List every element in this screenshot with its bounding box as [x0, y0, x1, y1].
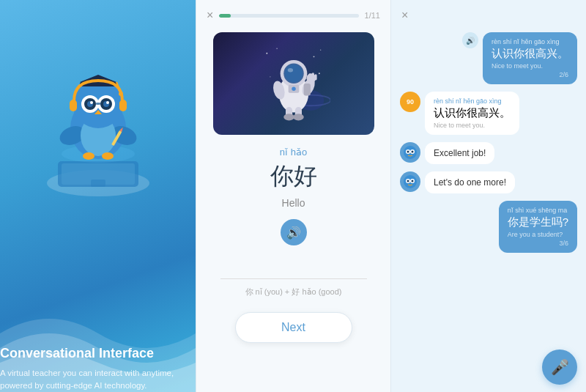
svg-point-36 [270, 76, 270, 77]
msg1-counter: 2/6 [492, 71, 568, 78]
bubble-1: rèn shí nǐ hěn gāo xìng 认识你很高兴。 Nice to … [483, 32, 577, 84]
svg-rect-25 [70, 100, 77, 111]
message-3: Excellent job! [400, 142, 577, 164]
progress-label: 1/11 [365, 11, 380, 20]
msg1-pinyin: rèn shí nǐ hěn gāo xìng [492, 38, 568, 45]
msg2-chinese: 认识你很高兴。 [434, 106, 511, 120]
svg-point-35 [319, 49, 320, 50]
svg-point-66 [407, 180, 409, 182]
bubble-3: nǐ shì xué shēng ma 你是学生吗? Are you a stu… [499, 201, 577, 253]
svg-point-21 [90, 101, 93, 104]
next-button[interactable]: Next [235, 312, 352, 343]
bubble-2: rèn shí nǐ hěn gāo xìng 认识你很高兴。 Nice to … [425, 92, 519, 135]
msg5-counter: 3/6 [508, 240, 568, 247]
astronaut-illustration [257, 43, 330, 124]
panel-flashcard: × 1/11 [196, 0, 391, 392]
message-5: nǐ shì xué shēng ma 你是学生吗? Are you a stu… [400, 201, 577, 253]
svg-rect-57 [303, 84, 310, 96]
panel1-title: Conversational Interface [0, 346, 196, 361]
progress-bar [219, 14, 358, 18]
msg2-english: Nice to meet you. [434, 122, 511, 129]
mascot-illustration [36, 22, 160, 215]
mascot-avatar-2 [400, 171, 420, 192]
chat-toolbar: × [391, 0, 586, 26]
msg5-english: Are you a student? [508, 231, 568, 238]
speaker-icon-msg1[interactable]: 🔊 [462, 32, 478, 48]
svg-rect-49 [311, 73, 314, 79]
close-button-p3[interactable]: × [401, 9, 408, 22]
svg-point-44 [287, 68, 292, 73]
svg-rect-48 [308, 73, 311, 80]
progress-bar-fill [219, 14, 230, 18]
svg-rect-50 [314, 74, 316, 80]
speaker-icon: 🔊 [286, 226, 301, 240]
chat-messages-area: rèn shí nǐ hěn gāo xìng 认识你很高兴。 Nice to … [391, 26, 586, 342]
svg-point-55 [283, 114, 294, 120]
message-2: 90 rèn shí nǐ hěn gāo xìng 认识你很高兴。 Nice … [400, 92, 577, 135]
svg-rect-3 [91, 180, 105, 187]
svg-point-22 [106, 101, 109, 104]
card-english: Hello [282, 197, 305, 209]
panel1-description: Conversational Interface A virtual teach… [0, 346, 196, 393]
mic-icon: 🎤 [551, 358, 569, 376]
message-1: rèn shí nǐ hěn gāo xìng 认识你很高兴。 Nice to … [400, 32, 577, 84]
svg-point-62 [412, 151, 414, 153]
svg-point-31 [102, 152, 114, 160]
msg1-english: Nice to meet you. [492, 62, 568, 70]
card-breakdown: 你 nǐ (you) + 好 hǎo (good) [245, 286, 342, 297]
svg-point-58 [404, 146, 417, 159]
svg-point-32 [266, 53, 267, 54]
card-image [213, 32, 374, 135]
panel1-subtitle: A virtual teacher you can interact with … [0, 367, 196, 393]
svg-point-43 [285, 64, 303, 82]
msg2-pinyin: rèn shí nǐ hěn gāo xìng [434, 97, 511, 105]
svg-point-61 [407, 151, 409, 153]
svg-point-33 [276, 48, 277, 49]
msg5-pinyin: nǐ shì xué shēng ma [508, 207, 568, 214]
mascot-avatar-1 [400, 142, 420, 163]
microphone-button[interactable]: 🎤 [542, 350, 577, 385]
svg-rect-26 [119, 100, 127, 111]
svg-point-52 [292, 87, 296, 92]
bubble-more: Let's do one more! [425, 171, 515, 193]
msg1-chinese: 认识你很高兴。 [492, 47, 568, 61]
close-button-p2[interactable]: × [207, 9, 213, 22]
svg-point-34 [313, 56, 314, 57]
message-4: Let's do one more! [400, 171, 577, 193]
bubble-excellent: Excellent job! [425, 142, 494, 164]
panel-chat: × rèn shí nǐ hěn gāo xìng 认识你很高兴。 Nice t… [391, 0, 586, 392]
card-pinyin: nǐ hǎo [280, 147, 307, 158]
chat-bottom-bar: 🎤 [391, 342, 586, 392]
score-badge: 90 [400, 92, 420, 112]
svg-point-30 [83, 152, 94, 160]
svg-point-56 [293, 114, 304, 120]
flashcard-toolbar: × 1/11 [196, 0, 390, 26]
svg-point-63 [404, 175, 417, 188]
svg-point-37 [318, 73, 319, 74]
panel-conversational: Conversational Interface A virtual teach… [0, 0, 196, 392]
svg-rect-24 [96, 103, 100, 105]
msg5-chinese: 你是学生吗? [508, 215, 568, 229]
card-chinese: 你好 [270, 160, 317, 193]
audio-button[interactable]: 🔊 [281, 219, 307, 245]
input-area[interactable] [220, 256, 367, 279]
svg-point-67 [412, 180, 414, 182]
